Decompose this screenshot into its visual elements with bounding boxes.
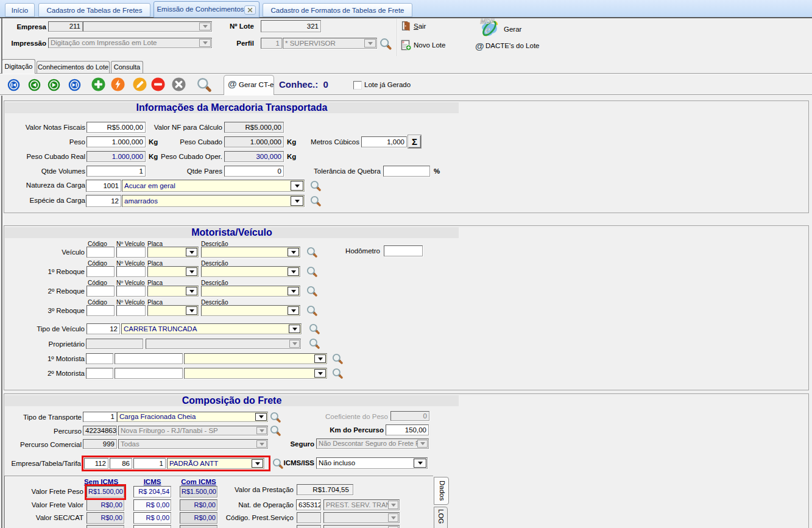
svg-text:MDF: MDF (481, 18, 495, 25)
